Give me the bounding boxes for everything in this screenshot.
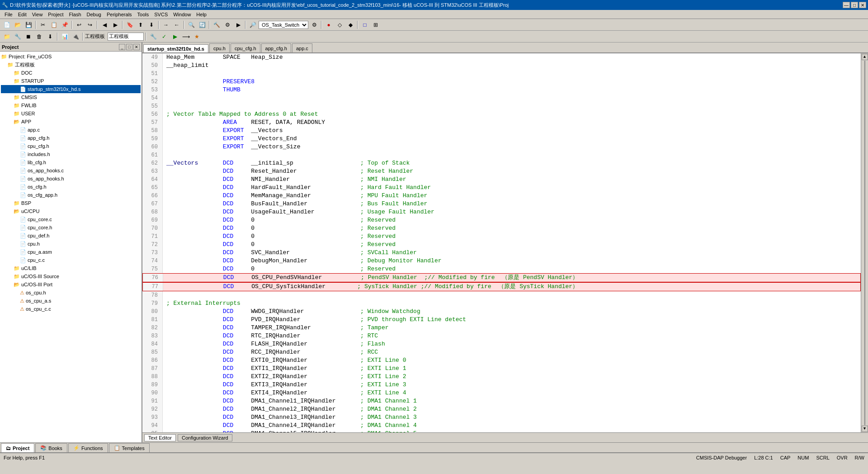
clean-button[interactable]: 🗑 (34, 32, 44, 42)
menu-flash[interactable]: Flash (66, 11, 84, 18)
redo-button[interactable]: ↪ (85, 20, 95, 30)
panel-header-buttons[interactable]: _ □ ✕ (119, 44, 140, 50)
tree-item[interactable]: 📄cpu_c.c (1, 256, 141, 264)
outdent-button[interactable]: ← (172, 20, 182, 30)
rebuild-button[interactable]: ⚙ (222, 20, 232, 30)
eng-model-input[interactable] (108, 33, 144, 41)
line-code[interactable]: __Vectors DCD __initial_sp ; Top of Stac… (163, 159, 410, 167)
tab-books[interactable]: 📚 Books (35, 443, 67, 452)
tree-item[interactable]: 📁uC/LIB (1, 264, 141, 272)
panel-close-button[interactable]: ✕ (133, 44, 140, 50)
tree-item[interactable]: ⚠os_cpu_c.c (1, 305, 141, 313)
line-code[interactable]: EXPORT __Vectors_Size (163, 143, 300, 151)
line-code[interactable]: EXPORT __Vectors (163, 127, 283, 135)
line-code[interactable]: DCD NMI_Handler ; NMI Handler (163, 175, 406, 184)
tree-item[interactable]: 📄cpu.h (1, 240, 141, 248)
menu-debug[interactable]: Debug (84, 11, 104, 18)
line-code[interactable]: DCD FLASH_IRQHandler ; Flash (163, 340, 385, 348)
line-code[interactable]: DCD TAMPER_IRQHandler ; Tamper (163, 324, 389, 332)
line-code[interactable]: DCD EXTI0_IRQHandler ; EXTI Line 0 (163, 356, 406, 365)
menu-file[interactable]: File (2, 11, 15, 18)
tab-project[interactable]: 🗂 Project (1, 443, 34, 452)
panel-maximize-button[interactable]: □ (126, 44, 132, 50)
green-button[interactable]: ▶ (170, 32, 180, 42)
tab-templates[interactable]: 📋 Templates (109, 443, 150, 452)
star-button[interactable]: ★ (192, 32, 202, 42)
line-code[interactable]: DCD SVC_Handler ; SVCall Handler (163, 249, 417, 257)
tree-item[interactable]: 📄cpu_def.h (1, 232, 141, 240)
tree-item[interactable]: 📂uC/OS-III Port (1, 280, 141, 289)
code-editor[interactable]: 49Heap_Mem SPACE Heap_Size50__heap_limit… (142, 53, 861, 432)
step-button[interactable]: ◇ (335, 20, 344, 30)
line-code[interactable]: DCD RCC_IRQHandler ; RCC (163, 348, 378, 356)
tree-item[interactable]: 📄cpu_core.c (1, 215, 141, 223)
close-button[interactable]: ✕ (859, 2, 866, 8)
tree-item[interactable]: 📁工程模板 (1, 61, 141, 69)
extend-button[interactable]: 🔌 (71, 32, 80, 42)
line-code[interactable]: DCD DMA1_Channel4_IRQHandler ; DMA1 Chan… (163, 422, 417, 430)
line-code[interactable]: DCD 0 ; Reserved (163, 232, 396, 241)
replace-button[interactable]: 🔄 (197, 20, 207, 30)
tree-item[interactable]: 📄os_cfg_app.h (1, 191, 141, 199)
line-code[interactable]: DCD DMA1_Channel1_IRQHandler ; DMA1 Chan… (163, 397, 417, 405)
line-code[interactable]: DCD 0 ; Reserved (163, 241, 396, 249)
copy-button[interactable]: 📋 (49, 20, 59, 30)
vertical-scrollbar[interactable]: ▲ ▼ (861, 53, 868, 432)
tree-item[interactable]: 📄startup_stm32f10x_hd.s (1, 85, 141, 93)
new-file-button[interactable]: 📄 (2, 20, 12, 30)
find-button[interactable]: 🔍 (186, 20, 196, 30)
line-code[interactable]: EXPORT __Vectors_End (163, 135, 297, 143)
maximize-button[interactable]: □ (851, 2, 858, 8)
tree-item[interactable]: 📄cpu_cfg.h (1, 142, 141, 150)
line-code[interactable]: DCD DebugMon_Handler ; Debug Monitor Han… (163, 257, 442, 265)
cut-button[interactable]: ✂ (38, 20, 48, 30)
tree-item[interactable]: 📄os_app_hooks.h (1, 175, 141, 183)
menu-tools[interactable]: Tools (135, 11, 152, 18)
line-code[interactable]: DCD HardFault_Handler ; Hard Fault Handl… (163, 184, 431, 192)
editor-tab-3[interactable]: app_cfg.h (261, 43, 291, 52)
check-button[interactable]: ✓ (159, 32, 169, 42)
tree-item[interactable]: 📂uC/CPU (1, 207, 141, 215)
project-settings-button[interactable]: 📁 (2, 32, 12, 42)
line-code[interactable]: DCD DMA1_Channel2_IRQHandler ; DMA1 Chan… (163, 405, 417, 413)
build-button[interactable]: 🔨 (212, 20, 222, 30)
tree-item[interactable]: ⚠os_cpu_a.s (1, 297, 141, 305)
layout-button[interactable]: ⊞ (371, 20, 381, 30)
line-code[interactable]: DCD 0 ; Reserved (163, 216, 396, 224)
editor-tab-4[interactable]: app.c (292, 43, 312, 52)
tree-item[interactable]: 📁STARTUP (1, 77, 141, 85)
editor-tab-2[interactable]: cpu_cfg.h (231, 43, 260, 52)
tree-item[interactable]: 📁Project: Fire_uCOS (1, 52, 141, 61)
line-code[interactable]: DCD RTC_IRQHandler ; RTC (163, 332, 378, 340)
indent-button[interactable]: → (161, 20, 171, 30)
settings-button[interactable]: ⚙ (309, 20, 319, 30)
navigate-back-button[interactable]: ◀ (99, 20, 109, 30)
tree-item[interactable]: 📂APP (1, 118, 141, 126)
undo-button[interactable]: ↩ (74, 20, 84, 30)
menu-view[interactable]: View (29, 11, 46, 18)
line-code[interactable]: DCD EXTI3_IRQHandler ; EXTI Line 3 (163, 381, 406, 389)
bookmark-button[interactable]: 🔖 (125, 20, 135, 30)
line-code[interactable]: Heap_Mem SPACE Heap_Size (163, 53, 283, 62)
download-button[interactable]: ⬇ (45, 32, 55, 42)
tree-item[interactable]: 📄includes.h (1, 150, 141, 158)
paste-button[interactable]: 📌 (60, 20, 70, 30)
line-code[interactable]: DCD DMA1_Channel5_IRQHandler ; DMA1 Chan… (163, 430, 417, 432)
menu-edit[interactable]: Edit (15, 11, 29, 18)
line-code[interactable]: DCD OS_CPU_SysTickHandler ; SysTick Hand… (163, 283, 578, 291)
line-code[interactable]: DCD MemManage_Handler ; MPU Fault Handle… (163, 192, 427, 200)
line-code[interactable]: DCD WWDG_IRQHandler ; Window Watchdog (163, 308, 420, 316)
line-code[interactable]: DCD BusFault_Handler ; Bus Fault Handler (163, 200, 427, 208)
line-code[interactable]: ; External Interrupts (163, 299, 241, 308)
open-file-button[interactable]: 📂 (13, 20, 23, 30)
line-code[interactable]: DCD EXTI1_IRQHandler ; EXTI Line 1 (163, 365, 406, 373)
tree-item[interactable]: 📄os_cfg.h (1, 183, 141, 191)
debug-button[interactable]: ▶ (233, 20, 243, 30)
line-code[interactable]: DCD EXTI2_IRQHandler ; EXTI Line 2 (163, 373, 406, 381)
prev-bookmark-button[interactable]: ⬆ (136, 20, 146, 30)
tree-item[interactable]: 📄cpu_core.h (1, 223, 141, 232)
line-code[interactable]: ; Vector Table Mapped to Address 0 at Re… (163, 110, 318, 118)
tree-item[interactable]: 📁BSP (1, 199, 141, 207)
line-code[interactable]: DCD PVD_IRQHandler ; PVD through EXTI Li… (163, 316, 466, 324)
watch-button[interactable]: ◆ (345, 20, 355, 30)
